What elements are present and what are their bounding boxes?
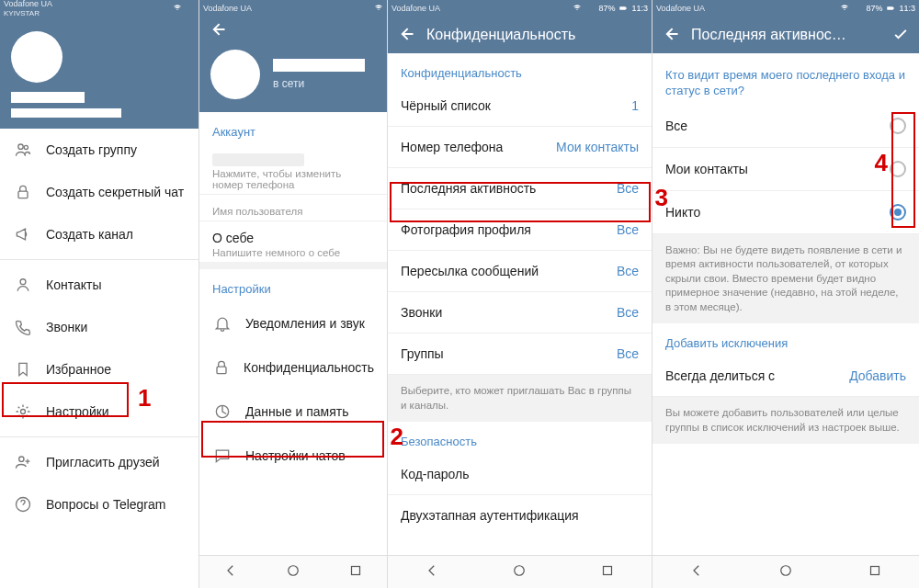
option-nobody[interactable]: Никто xyxy=(652,191,919,234)
back-button[interactable] xyxy=(397,25,415,46)
svg-point-1 xyxy=(24,145,28,149)
menu-settings[interactable]: Настройки xyxy=(0,390,199,433)
option-all[interactable]: Все xyxy=(652,105,919,148)
groups-note: Выберите, кто может приглашать Вас в гру… xyxy=(388,375,652,422)
wifi-icon xyxy=(173,4,182,14)
menu-secret-chat[interactable]: Создать секретный чат xyxy=(0,171,199,213)
wifi-icon xyxy=(840,4,849,14)
row-phone[interactable]: Номер телефона Мои контакты xyxy=(388,127,652,168)
row-photo[interactable]: Фотография профиля Все xyxy=(388,209,652,251)
drawer-header xyxy=(0,17,199,129)
section-security: Безопасность xyxy=(388,422,652,454)
gear-icon xyxy=(13,402,33,421)
back-button[interactable] xyxy=(209,20,227,41)
field-about[interactable]: О себе Напишите немного о себе xyxy=(199,221,387,262)
nav-back-icon[interactable] xyxy=(688,562,705,582)
svg-rect-15 xyxy=(888,7,894,10)
menu-create-channel[interactable]: Создать канал xyxy=(0,213,199,255)
battery-label: 87% xyxy=(866,4,882,13)
svg-rect-16 xyxy=(893,7,894,9)
option-contacts[interactable]: Мои контакты xyxy=(652,148,919,191)
row-lastseen[interactable]: Последняя активность Все xyxy=(388,168,652,209)
label: Создать канал xyxy=(46,227,133,242)
group-icon xyxy=(13,141,33,159)
svg-point-13 xyxy=(515,566,525,576)
svg-rect-10 xyxy=(352,567,360,575)
row-passcode[interactable]: Код-пароль xyxy=(388,454,652,495)
user-name-placeholder xyxy=(273,59,365,72)
nav-recent-icon[interactable] xyxy=(347,562,364,582)
nav-home-icon[interactable] xyxy=(777,562,794,582)
signal-icon xyxy=(853,4,862,14)
field-username[interactable]: Имя пользователя xyxy=(199,195,387,220)
avatar[interactable] xyxy=(210,50,260,99)
svg-rect-7 xyxy=(217,367,226,374)
battery-icon xyxy=(618,4,628,14)
section-account: Аккаунт xyxy=(199,112,387,144)
row-always-share[interactable]: Всегда делиться с Добавить xyxy=(652,356,919,397)
nav-recent-icon[interactable] xyxy=(867,562,883,582)
nav-bar xyxy=(652,555,919,588)
menu-create-group[interactable]: Создать группу xyxy=(0,129,199,171)
setting-chat[interactable]: Настройки чатов xyxy=(199,434,387,478)
radio-icon[interactable] xyxy=(890,204,906,220)
row-twostep[interactable]: Двухэтапная аутентификация xyxy=(388,495,652,536)
nav-back-icon[interactable] xyxy=(424,562,440,582)
menu-contacts[interactable]: Контакты xyxy=(0,264,199,306)
phone-icon xyxy=(13,318,33,336)
setting-privacy[interactable]: Конфиденциальность xyxy=(199,345,387,390)
bookmark-icon xyxy=(13,360,33,379)
radio-icon[interactable] xyxy=(890,118,906,134)
status-bar: Vodafone UAKYIVSTAR xyxy=(0,0,199,17)
lock-icon xyxy=(13,183,33,201)
nav-recent-icon[interactable] xyxy=(599,562,616,582)
add-person-icon xyxy=(13,453,33,471)
section-exceptions: Добавить исключения xyxy=(652,323,919,356)
svg-point-3 xyxy=(20,279,26,285)
svg-point-4 xyxy=(21,410,26,414)
divider xyxy=(0,259,199,260)
label: Создать группу xyxy=(46,142,137,157)
avatar[interactable] xyxy=(11,31,62,83)
nav-home-icon[interactable] xyxy=(285,562,301,582)
battery-label: 87% xyxy=(598,4,615,13)
back-button[interactable] xyxy=(662,25,680,46)
confirm-button[interactable] xyxy=(891,25,910,46)
row-groups[interactable]: Группы Все xyxy=(388,334,652,375)
signal-icon xyxy=(186,4,195,14)
exceptions-note: Вы можете добавить пользователей или цел… xyxy=(652,397,919,444)
megaphone-icon xyxy=(13,225,33,243)
label: Избранное xyxy=(46,362,111,377)
row-fwd[interactable]: Пересылка сообщений Все xyxy=(388,251,652,292)
sub-carrier: KYIVSTAR xyxy=(4,9,40,17)
app-bar: Последняя активнос… xyxy=(652,17,919,53)
divider xyxy=(0,436,199,437)
nav-back-icon[interactable] xyxy=(222,562,239,582)
page-title: Последняя активнос… xyxy=(691,27,880,43)
section-privacy: Конфиденциальность xyxy=(388,53,652,85)
label: Вопросы о Telegram xyxy=(46,497,165,512)
user-name-placeholder xyxy=(11,92,85,103)
lastseen-note: Важно: Вы не будете видеть появление в с… xyxy=(652,234,919,324)
menu-invite[interactable]: Пригласить друзей xyxy=(0,441,199,483)
data-icon xyxy=(212,402,233,421)
label: Настройки xyxy=(46,404,109,419)
menu-favorites[interactable]: Избранное xyxy=(0,348,199,390)
time-label: 11:3 xyxy=(631,4,648,13)
row-calls[interactable]: Звонки Все xyxy=(388,292,652,334)
app-bar xyxy=(199,17,387,44)
app-bar: Конфиденциальность xyxy=(388,17,652,53)
page-title: Конфиденциальность xyxy=(426,27,575,43)
phone-value-placeholder xyxy=(212,153,304,166)
signal-icon xyxy=(585,4,595,14)
section-settings: Настройки xyxy=(199,269,387,301)
menu-calls[interactable]: Звонки xyxy=(0,306,199,348)
radio-icon[interactable] xyxy=(890,161,906,177)
setting-notifications[interactable]: Уведомления и звук xyxy=(199,301,387,345)
nav-home-icon[interactable] xyxy=(511,562,528,582)
field-phone[interactable]: Нажмите, чтобы изменить номер телефона xyxy=(199,144,387,194)
setting-data[interactable]: Данные и память xyxy=(199,390,387,434)
menu-faq[interactable]: Вопросы о Telegram xyxy=(0,483,199,526)
row-blacklist[interactable]: Чёрный список 1 xyxy=(388,85,652,127)
label: Пригласить друзей xyxy=(46,455,160,469)
